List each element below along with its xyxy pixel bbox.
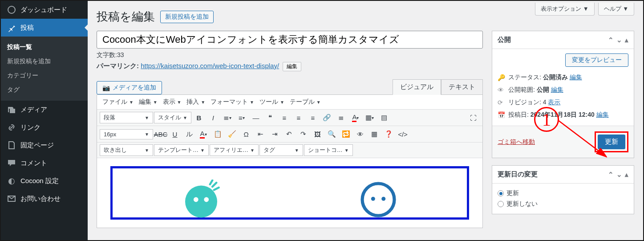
- code-icon[interactable]: </>: [396, 128, 409, 140]
- history-icon: ⟳: [498, 99, 505, 106]
- submenu-item-tag[interactable]: タグ: [1, 83, 88, 97]
- template-select[interactable]: テンプレート… ▼: [154, 144, 209, 156]
- screen-options-tab[interactable]: 表示オプション ▼: [535, 3, 594, 16]
- menu-format[interactable]: フォーマット ▼: [209, 97, 256, 107]
- italic-icon[interactable]: I: [207, 111, 220, 124]
- align-left-icon[interactable]: ≡: [278, 111, 291, 124]
- date-line: 📅 投稿日: 2024年11月18日 12:40 編集: [498, 109, 628, 121]
- sidebar-item-pages[interactable]: 固定ページ: [1, 136, 88, 154]
- editor-canvas[interactable]: [97, 158, 482, 228]
- undo-icon[interactable]: ↶: [282, 128, 296, 140]
- balloon-select[interactable]: 吹き出し ▼: [100, 144, 153, 156]
- sidebar-item-contact[interactable]: お問い合わせ: [1, 190, 88, 208]
- move-down-icon[interactable]: ⌄: [616, 171, 622, 179]
- textcolor-icon[interactable]: A▾: [349, 111, 362, 124]
- number-list-icon[interactable]: ≡▾: [235, 111, 248, 124]
- menu-view[interactable]: 表示 ▼: [161, 97, 183, 107]
- sidebar-label: お問い合わせ: [20, 195, 61, 203]
- fontsize-select[interactable]: 16px ▼: [100, 129, 153, 139]
- radio-update[interactable]: 更新: [498, 188, 628, 199]
- sidebar-item-links[interactable]: リンク: [1, 118, 88, 136]
- submenu-item-add[interactable]: 新規投稿を追加: [1, 54, 88, 69]
- bullet-list-icon[interactable]: ≣▾: [221, 111, 234, 124]
- revision-link[interactable]: 表示: [548, 98, 560, 106]
- strikethrough-icon[interactable]: ABC: [154, 128, 167, 140]
- submenu-item-list[interactable]: 投稿一覧: [1, 40, 88, 54]
- permalink-edit-button[interactable]: 編集: [283, 62, 301, 71]
- menu-table[interactable]: テーブル ▼: [288, 97, 323, 107]
- submenu-item-category[interactable]: カテゴリー: [1, 69, 88, 83]
- svg-point-2: [194, 197, 198, 202]
- menu-tools[interactable]: ツール ▼: [258, 97, 286, 107]
- tab-text[interactable]: テキスト: [441, 79, 483, 94]
- hr-icon[interactable]: —: [249, 111, 263, 124]
- sidebar-label: コメント: [20, 159, 47, 167]
- update-button[interactable]: 更新: [598, 135, 625, 149]
- add-media-button[interactable]: 📷 メディアを追加: [97, 81, 162, 94]
- specialchar-icon[interactable]: Ω: [239, 128, 253, 140]
- cell-icon[interactable]: ▦: [368, 128, 381, 140]
- toggle-icon[interactable]: ▴: [625, 171, 628, 179]
- align-right-icon[interactable]: ≡: [306, 111, 320, 124]
- style-select[interactable]: スタイル ▼: [154, 112, 191, 123]
- underline-icon[interactable]: U: [168, 128, 182, 140]
- menu-edit[interactable]: 編集 ▼: [137, 97, 159, 107]
- sidebar-label: ダッシュボード: [20, 6, 67, 14]
- preview-icon[interactable]: 👁: [353, 128, 367, 140]
- sidebar-item-dashboard[interactable]: ダッシュボード: [1, 1, 88, 19]
- image-icon[interactable]: 🖼: [311, 128, 324, 140]
- sidebar-item-comments[interactable]: コメント: [1, 154, 88, 172]
- pin-icon: [7, 23, 16, 32]
- preview-button[interactable]: 変更をプレビュー: [565, 53, 628, 67]
- outdent-icon[interactable]: ⇤: [254, 128, 267, 140]
- ruby-icon[interactable]: ル: [182, 128, 196, 140]
- dashboard-icon: [7, 5, 16, 14]
- move-down-icon[interactable]: ⌄: [616, 36, 622, 44]
- annotation-highlight: 更新: [595, 131, 628, 152]
- shortcode-select[interactable]: ショートコ… ▼: [304, 144, 353, 156]
- update-date-heading: 更新日の変更 ⌃ ⌄ ▴: [492, 166, 634, 184]
- admin-sidebar: ダッシュボード 投稿 投稿一覧 新規投稿を追加 カテゴリー タグ メディア リン…: [1, 1, 88, 240]
- search-icon[interactable]: 🔍: [325, 128, 338, 140]
- toggle-icon[interactable]: ▴: [625, 36, 628, 44]
- mail-icon: [7, 194, 16, 203]
- more-icon[interactable]: ≣: [335, 111, 348, 124]
- toolbar-toggle-icon[interactable]: ▤: [377, 111, 391, 124]
- add-new-button[interactable]: 新規投稿を追加: [160, 11, 214, 23]
- radio-no-update[interactable]: 更新しない: [498, 199, 628, 209]
- replace-icon[interactable]: 🔁: [339, 128, 352, 140]
- visibility-edit-link[interactable]: 編集: [551, 86, 563, 93]
- trash-link[interactable]: ゴミ箱へ移動: [498, 138, 535, 146]
- move-up-icon[interactable]: ⌃: [608, 171, 614, 179]
- help-tab[interactable]: ヘルプ ▼: [598, 3, 634, 16]
- date-edit-link[interactable]: 編集: [596, 111, 609, 118]
- bgcolor-icon[interactable]: A▾: [197, 128, 210, 140]
- link-icon[interactable]: 🔗: [320, 111, 334, 124]
- clear-icon[interactable]: 🧹: [225, 128, 239, 140]
- sidebar-item-media[interactable]: メディア: [1, 101, 88, 118]
- bold-icon[interactable]: B: [192, 111, 206, 124]
- move-up-icon[interactable]: ⌃: [608, 36, 614, 44]
- sidebar-item-cocoon[interactable]: ◐ Cocoon 設定: [1, 172, 88, 190]
- redo-icon[interactable]: ↷: [296, 128, 310, 140]
- format-select[interactable]: 段落 ▼: [100, 112, 153, 123]
- permalink-link[interactable]: https://kaisetsuzoro.com/web-icon-text-d…: [141, 62, 279, 69]
- paste-icon[interactable]: 📋: [211, 128, 224, 140]
- status-edit-link[interactable]: 編集: [570, 74, 582, 81]
- tab-visual[interactable]: ビジュアル: [393, 79, 441, 95]
- menu-insert[interactable]: 挿入 ▼: [185, 97, 207, 107]
- cocoon-icon: ◐: [7, 176, 16, 185]
- tag-select[interactable]: タグ ▼: [259, 144, 303, 156]
- help-icon[interactable]: ❓: [382, 128, 395, 140]
- sidebar-item-posts[interactable]: 投稿: [1, 19, 88, 37]
- fullscreen-icon[interactable]: ⛶: [466, 111, 480, 124]
- menu-file[interactable]: ファイル ▼: [101, 97, 135, 107]
- sidebar-label: 固定ページ: [20, 141, 54, 150]
- quote-icon[interactable]: ❝: [263, 111, 277, 124]
- affiliate-select[interactable]: アフィリエ… ▼: [210, 144, 259, 156]
- align-center-icon[interactable]: ≡: [292, 111, 305, 124]
- indent-icon[interactable]: ⇥: [268, 128, 281, 140]
- post-title-input[interactable]: [97, 31, 483, 49]
- table-icon[interactable]: ▦▾: [363, 111, 377, 124]
- key-icon: 🔑: [498, 74, 505, 81]
